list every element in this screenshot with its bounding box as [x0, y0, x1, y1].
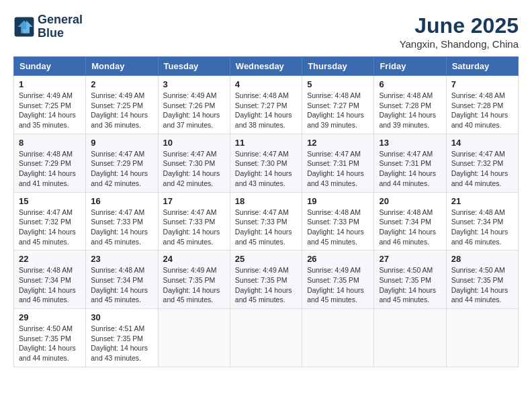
day-number: 28 [451, 254, 513, 264]
column-header-sunday: Sunday [14, 57, 86, 76]
calendar-cell [302, 309, 374, 367]
calendar-cell: 28Sunrise: 4:50 AMSunset: 7:35 PMDayligh… [446, 250, 518, 309]
calendar-cell [230, 309, 302, 367]
day-info: Sunrise: 4:47 AMSunset: 7:33 PMDaylight:… [163, 208, 225, 247]
day-number: 23 [91, 254, 152, 264]
day-info: Sunrise: 4:49 AMSunset: 7:35 PMDaylight:… [163, 265, 225, 305]
calendar-cell [374, 309, 446, 367]
calendar-cell: 5Sunrise: 4:48 AMSunset: 7:27 PMDaylight… [302, 76, 374, 134]
day-number: 10 [163, 138, 225, 148]
calendar-cell: 27Sunrise: 4:50 AMSunset: 7:35 PMDayligh… [374, 250, 446, 309]
logo-line2: Blue [38, 27, 83, 40]
calendar-cell: 30Sunrise: 4:51 AMSunset: 7:35 PMDayligh… [86, 309, 158, 367]
day-number: 5 [307, 79, 369, 89]
calendar-cell: 10Sunrise: 4:47 AMSunset: 7:30 PMDayligh… [158, 134, 230, 192]
calendar-cell: 17Sunrise: 4:47 AMSunset: 7:33 PMDayligh… [158, 192, 230, 250]
week-row-5: 29Sunrise: 4:50 AMSunset: 7:35 PMDayligh… [14, 309, 519, 367]
day-info: Sunrise: 4:49 AMSunset: 7:26 PMDaylight:… [163, 91, 225, 130]
calendar-cell: 13Sunrise: 4:47 AMSunset: 7:31 PMDayligh… [374, 134, 446, 192]
day-number: 18 [235, 196, 297, 206]
day-number: 4 [235, 79, 297, 89]
day-info: Sunrise: 4:47 AMSunset: 7:32 PMDaylight:… [451, 149, 513, 189]
column-header-friday: Friday [374, 57, 446, 76]
calendar-cell: 9Sunrise: 4:47 AMSunset: 7:29 PMDaylight… [86, 134, 158, 192]
day-number: 30 [91, 312, 152, 322]
calendar-cell [446, 309, 518, 367]
day-number: 21 [451, 196, 513, 206]
day-info: Sunrise: 4:48 AMSunset: 7:28 PMDaylight:… [451, 91, 513, 130]
day-info: Sunrise: 4:48 AMSunset: 7:34 PMDaylight:… [91, 265, 152, 305]
week-row-1: 1Sunrise: 4:49 AMSunset: 7:25 PMDaylight… [14, 76, 519, 134]
day-number: 25 [235, 254, 297, 264]
day-number: 6 [379, 79, 441, 89]
day-info: Sunrise: 4:49 AMSunset: 7:35 PMDaylight:… [307, 265, 369, 305]
day-number: 22 [19, 254, 81, 264]
calendar-cell: 16Sunrise: 4:47 AMSunset: 7:33 PMDayligh… [86, 192, 158, 250]
calendar-cell: 21Sunrise: 4:48 AMSunset: 7:34 PMDayligh… [446, 192, 518, 250]
column-header-saturday: Saturday [446, 57, 518, 76]
calendar-cell: 15Sunrise: 4:47 AMSunset: 7:32 PMDayligh… [14, 192, 86, 250]
day-info: Sunrise: 4:48 AMSunset: 7:28 PMDaylight:… [379, 91, 441, 130]
title-area: June 2025 Yangxin, Shandong, China [400, 13, 519, 50]
day-number: 26 [307, 254, 369, 264]
calendar-cell: 1Sunrise: 4:49 AMSunset: 7:25 PMDaylight… [14, 76, 86, 134]
day-info: Sunrise: 4:47 AMSunset: 7:31 PMDaylight:… [379, 149, 441, 189]
day-number: 24 [163, 254, 225, 264]
calendar-cell: 4Sunrise: 4:48 AMSunset: 7:27 PMDaylight… [230, 76, 302, 134]
calendar-cell: 12Sunrise: 4:47 AMSunset: 7:31 PMDayligh… [302, 134, 374, 192]
calendar-cell: 29Sunrise: 4:50 AMSunset: 7:35 PMDayligh… [14, 309, 86, 367]
day-info: Sunrise: 4:47 AMSunset: 7:33 PMDaylight:… [235, 208, 297, 247]
day-number: 19 [307, 196, 369, 206]
calendar-cell: 26Sunrise: 4:49 AMSunset: 7:35 PMDayligh… [302, 250, 374, 309]
calendar-cell: 19Sunrise: 4:48 AMSunset: 7:33 PMDayligh… [302, 192, 374, 250]
day-info: Sunrise: 4:47 AMSunset: 7:30 PMDaylight:… [235, 149, 297, 189]
column-header-wednesday: Wednesday [230, 57, 302, 76]
day-number: 1 [19, 79, 81, 89]
day-info: Sunrise: 4:50 AMSunset: 7:35 PMDaylight:… [19, 324, 81, 363]
day-info: Sunrise: 4:50 AMSunset: 7:35 PMDaylight:… [451, 265, 513, 305]
day-info: Sunrise: 4:49 AMSunset: 7:25 PMDaylight:… [19, 91, 81, 130]
calendar-cell: 14Sunrise: 4:47 AMSunset: 7:32 PMDayligh… [446, 134, 518, 192]
day-info: Sunrise: 4:49 AMSunset: 7:25 PMDaylight:… [91, 91, 152, 130]
calendar-cell: 8Sunrise: 4:48 AMSunset: 7:29 PMDaylight… [14, 134, 86, 192]
day-number: 13 [379, 138, 441, 148]
page-header: General Blue June 2025 Yangxin, Shandong… [13, 13, 519, 50]
day-info: Sunrise: 4:48 AMSunset: 7:27 PMDaylight:… [307, 91, 369, 130]
calendar-cell: 20Sunrise: 4:48 AMSunset: 7:34 PMDayligh… [374, 192, 446, 250]
logo-icon [13, 16, 35, 38]
day-info: Sunrise: 4:47 AMSunset: 7:30 PMDaylight:… [163, 149, 225, 189]
day-number: 3 [163, 79, 225, 89]
calendar-cell: 6Sunrise: 4:48 AMSunset: 7:28 PMDaylight… [374, 76, 446, 134]
day-info: Sunrise: 4:48 AMSunset: 7:34 PMDaylight:… [19, 265, 81, 305]
calendar-cell: 24Sunrise: 4:49 AMSunset: 7:35 PMDayligh… [158, 250, 230, 309]
day-info: Sunrise: 4:47 AMSunset: 7:32 PMDaylight:… [19, 208, 81, 247]
day-number: 2 [91, 79, 152, 89]
week-row-4: 22Sunrise: 4:48 AMSunset: 7:34 PMDayligh… [14, 250, 519, 309]
day-info: Sunrise: 4:48 AMSunset: 7:33 PMDaylight:… [307, 208, 369, 247]
day-number: 8 [19, 138, 81, 148]
day-info: Sunrise: 4:48 AMSunset: 7:29 PMDaylight:… [19, 149, 81, 189]
day-info: Sunrise: 4:48 AMSunset: 7:34 PMDaylight:… [379, 208, 441, 247]
day-number: 15 [19, 196, 81, 206]
day-number: 7 [451, 79, 513, 89]
calendar-cell: 18Sunrise: 4:47 AMSunset: 7:33 PMDayligh… [230, 192, 302, 250]
day-number: 12 [307, 138, 369, 148]
calendar-table: SundayMondayTuesdayWednesdayThursdayFrid… [13, 56, 519, 367]
day-number: 16 [91, 196, 152, 206]
column-header-monday: Monday [86, 57, 158, 76]
column-header-thursday: Thursday [302, 57, 374, 76]
calendar-cell: 23Sunrise: 4:48 AMSunset: 7:34 PMDayligh… [86, 250, 158, 309]
day-number: 17 [163, 196, 225, 206]
day-info: Sunrise: 4:48 AMSunset: 7:27 PMDaylight:… [235, 91, 297, 130]
day-info: Sunrise: 4:50 AMSunset: 7:35 PMDaylight:… [379, 265, 441, 305]
column-header-tuesday: Tuesday [158, 57, 230, 76]
location-subtitle: Yangxin, Shandong, China [400, 38, 519, 50]
week-row-3: 15Sunrise: 4:47 AMSunset: 7:32 PMDayligh… [14, 192, 519, 250]
day-number: 29 [19, 312, 81, 322]
logo: General Blue [13, 13, 83, 40]
day-number: 20 [379, 196, 441, 206]
day-number: 27 [379, 254, 441, 264]
week-row-2: 8Sunrise: 4:48 AMSunset: 7:29 PMDaylight… [14, 134, 519, 192]
day-info: Sunrise: 4:47 AMSunset: 7:29 PMDaylight:… [91, 149, 152, 189]
day-info: Sunrise: 4:51 AMSunset: 7:35 PMDaylight:… [91, 324, 152, 363]
